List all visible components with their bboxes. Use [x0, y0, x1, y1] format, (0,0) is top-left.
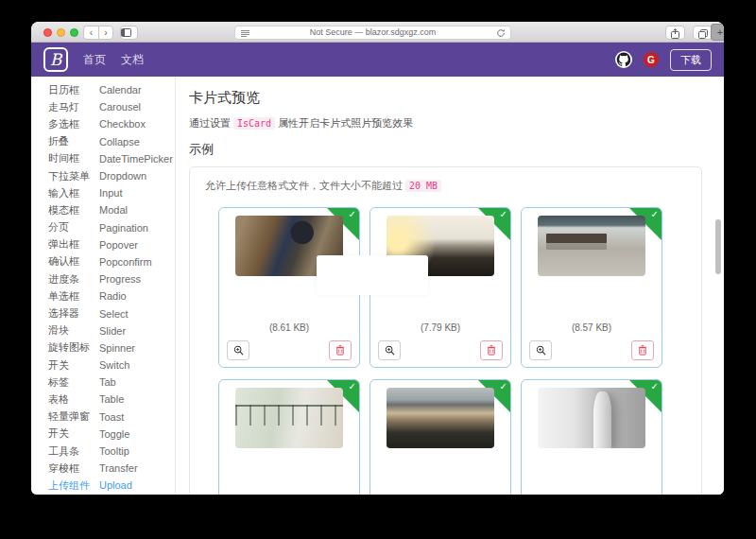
- sidebar-item-label-en: Radio: [99, 290, 127, 302]
- reload-icon[interactable]: [496, 28, 506, 38]
- sidebar-item-label-en: Toggle: [99, 428, 129, 440]
- iscard-code-chip: IsCard: [233, 117, 275, 130]
- sidebar-item[interactable]: 滑块 Slider: [31, 322, 175, 339]
- example-demo-box: 允许上传任意格式文件，文件大小不能超过20 MB ✓ (8.61 KB): [189, 166, 702, 495]
- upload-tip-text: 允许上传任意格式文件，文件大小不能超过: [205, 180, 403, 191]
- delete-button[interactable]: [329, 340, 352, 360]
- browser-titlebar: ‹ › Not Secure — blazor.sdgxgz.com: [31, 22, 724, 43]
- check-icon: ✓: [349, 381, 356, 391]
- sidebar-item[interactable]: 多选框 Checkbox: [31, 115, 175, 132]
- file-size-label: (8.57 KB): [522, 322, 662, 333]
- upload-card[interactable]: ✓ (… KB): [369, 379, 511, 495]
- sidebar-item[interactable]: 轻量弹窗 Toast: [31, 409, 175, 426]
- check-icon: ✓: [349, 209, 356, 219]
- sidebar-item[interactable]: 开关 Switch: [31, 356, 175, 374]
- sidebar-item[interactable]: 进度条 Progress: [31, 270, 175, 287]
- upload-card[interactable]: ✓ (8.57 KB): [521, 207, 662, 368]
- delete-button[interactable]: [631, 340, 654, 360]
- new-tab-button[interactable]: +: [711, 24, 724, 41]
- sidebar-item-label-en: Tooltip: [99, 445, 129, 457]
- browser-window: ‹ › Not Secure — blazor.sdgxgz.com: [31, 22, 724, 495]
- sidebar-item-label-en: Popover: [99, 239, 138, 251]
- sidebar-item[interactable]: 表格 Table: [31, 391, 175, 408]
- preview-button[interactable]: [378, 340, 401, 360]
- sidebar-item-label-zh: 走马灯: [48, 100, 99, 114]
- sidebar-item[interactable]: 下拉菜单 Dropdown: [31, 167, 175, 184]
- sidebar-item[interactable]: 开关 Toggle: [31, 426, 175, 443]
- sidebar-item[interactable]: 选择器 Select: [31, 304, 175, 322]
- preview-button[interactable]: [227, 340, 249, 360]
- github-icon[interactable]: [615, 51, 632, 68]
- gitee-icon[interactable]: G: [644, 52, 659, 67]
- app-nav-link[interactable]: 文档: [121, 52, 144, 68]
- sidebar-item[interactable]: 日历框 Calendar: [31, 81, 175, 98]
- forward-button[interactable]: ›: [98, 26, 113, 40]
- check-icon: ✓: [500, 209, 507, 219]
- page-title: 卡片式预览: [189, 89, 702, 107]
- sidebar-item[interactable]: 单选框 Radio: [31, 287, 175, 304]
- app-nav-link[interactable]: 首页: [83, 52, 106, 68]
- sidebar-item-label-zh: 日历框: [48, 83, 99, 97]
- sidebar-item[interactable]: 走马灯 Carousel: [31, 98, 175, 115]
- sidebar-item[interactable]: 标签 Tab: [31, 374, 175, 391]
- close-window-button[interactable]: [43, 28, 52, 37]
- example-heading: 示例: [189, 141, 702, 158]
- size-limit-chip: 20 MB: [405, 180, 441, 192]
- upload-thumbnail[interactable]: [235, 388, 343, 448]
- upload-card[interactable]: ✓ (… KB): [521, 379, 662, 495]
- titlebar-right-tools: [665, 26, 713, 40]
- back-button[interactable]: ‹: [83, 26, 98, 40]
- sidebar-item[interactable]: 输入框 Input: [31, 184, 175, 201]
- sidebar-toggle-button[interactable]: [120, 26, 138, 40]
- sidebar-item-label-en: Slider: [99, 325, 126, 337]
- sidebar-item-label-zh: 单选框: [48, 289, 99, 304]
- check-icon: ✓: [500, 381, 507, 391]
- sidebar-item-label-en: Dropdown: [99, 170, 146, 182]
- sidebar-item[interactable]: 旋转图标 Spinner: [31, 339, 175, 356]
- sidebar-item-label-en: Table: [99, 393, 124, 405]
- sidebar-item[interactable]: 时间框 DateTimePicker: [31, 150, 175, 167]
- sidebar-item-label-zh: 弹出框: [48, 237, 99, 252]
- trash-icon: [638, 345, 647, 356]
- sidebar-item[interactable]: 工具条 Tooltip: [31, 443, 175, 460]
- sidebar-item[interactable]: 上传组件 Upload: [31, 477, 175, 494]
- sidebar-item-label-zh: 下拉菜单: [48, 169, 99, 183]
- sidebar-item[interactable]: 分页 Pagination: [31, 219, 175, 236]
- download-button[interactable]: 下载: [670, 49, 712, 71]
- tab-overview-button[interactable]: [693, 26, 713, 40]
- app-nav: 首页 文档: [83, 52, 144, 68]
- sidebar-item-label-en: Calendar: [99, 84, 142, 96]
- upload-thumbnail[interactable]: [538, 216, 645, 276]
- trash-icon: [487, 345, 496, 356]
- sidebar-item-label-zh: 确认框: [48, 254, 99, 269]
- delete-button[interactable]: [480, 340, 503, 360]
- zoom-window-button[interactable]: [70, 28, 78, 37]
- sidebar-item[interactable]: 弹出框 Popover: [31, 236, 175, 253]
- app-logo[interactable]: B: [43, 47, 68, 72]
- sidebar-item-label-en: Carousel: [99, 101, 141, 113]
- sidebar-item[interactable]: 确认框 Popconfirm: [31, 253, 175, 270]
- minimize-window-button[interactable]: [57, 28, 65, 37]
- sidebar-item-label-en: Input: [99, 187, 122, 199]
- reader-icon[interactable]: [241, 29, 249, 38]
- sidebar-item-label-zh: 表格: [48, 392, 99, 407]
- check-icon: ✓: [651, 381, 659, 391]
- sidebar-item-label-en: Spinner: [99, 342, 135, 354]
- upload-thumbnail[interactable]: [387, 388, 494, 448]
- page-scrollbar[interactable]: [715, 219, 721, 274]
- sidebar-item-label-zh: 多选框: [48, 117, 99, 131]
- trash-icon: [335, 345, 345, 356]
- address-bar[interactable]: Not Secure — blazor.sdgxgz.com: [234, 26, 511, 40]
- preview-button[interactable]: [529, 340, 552, 360]
- sidebar-item-label-zh: 滑块: [48, 323, 99, 338]
- sidebar-item-label-en: Toast: [99, 411, 124, 423]
- sidebar-item-label-zh: 输入框: [48, 186, 99, 200]
- sidebar-item[interactable]: 模态框 Modal: [31, 201, 175, 218]
- sidebar-item[interactable]: 穿梭框 Transfer: [31, 460, 175, 477]
- sidebar-item[interactable]: 折叠 Collapse: [31, 133, 175, 150]
- sidebar-icon: [121, 28, 131, 37]
- upload-thumbnail[interactable]: [538, 388, 645, 448]
- upload-card[interactable]: ✓ (… KB): [218, 379, 360, 495]
- history-nav-group: ‹ ›: [83, 26, 113, 40]
- share-button[interactable]: [665, 26, 685, 40]
